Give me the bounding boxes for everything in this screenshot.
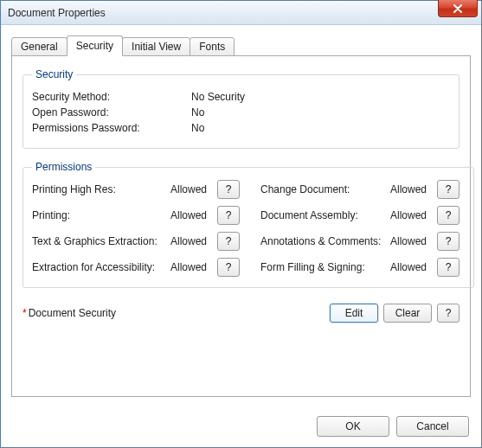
ok-button[interactable]: OK (317, 416, 389, 437)
tab-security[interactable]: Security (67, 35, 123, 56)
open-password-label: Open Password: (32, 106, 191, 118)
permissions-grid: Printing High Res: Allowed ? Change Docu… (32, 180, 465, 277)
clear-button[interactable]: Clear (383, 304, 432, 323)
open-password-value: No (191, 106, 204, 118)
perm-document-assembly-value: Allowed (390, 209, 437, 221)
perm-form-filling-signing-value: Allowed (390, 261, 437, 273)
cancel-button[interactable]: Cancel (396, 416, 469, 437)
security-group: Security Security Method: No Security Op… (22, 68, 460, 149)
perm-extraction-accessibility-help-button[interactable]: ? (217, 258, 240, 277)
window-title: Document Properties (8, 7, 106, 19)
perm-printing-high-res-value: Allowed (170, 183, 217, 195)
perm-text-graphics-extraction-value: Allowed (170, 235, 217, 247)
tab-initial-view[interactable]: Initial View (122, 37, 190, 56)
perm-change-document-help-button[interactable]: ? (437, 180, 460, 199)
tab-general[interactable]: General (11, 37, 67, 56)
tab-strip: General Security Initial View Fonts (11, 35, 471, 56)
permissions-password-label: Permissions Password: (32, 122, 191, 134)
document-properties-window: Document Properties General Security Ini… (0, 0, 482, 448)
perm-document-assembly-label: Document Assembly: (260, 209, 390, 221)
security-method-label: Security Method: (32, 91, 191, 103)
dialog-body: General Security Initial View Fonts Secu… (1, 25, 481, 407)
dialog-footer: OK Cancel (1, 407, 481, 447)
tab-fonts[interactable]: Fonts (190, 37, 235, 56)
edit-button[interactable]: Edit (330, 304, 378, 323)
perm-annotations-comments-help-button[interactable]: ? (437, 232, 460, 251)
security-group-legend: Security (32, 68, 76, 80)
close-button[interactable] (438, 0, 478, 17)
perm-extraction-accessibility-label: Extraction for Accessibility: (32, 261, 170, 273)
perm-document-assembly-help-button[interactable]: ? (437, 206, 460, 225)
perm-printing-value: Allowed (170, 209, 217, 221)
required-asterisk: * (22, 307, 27, 319)
perm-change-document-value: Allowed (390, 183, 437, 195)
perm-annotations-comments-label: Annotations & Comments: (260, 235, 390, 247)
perm-change-document-label: Change Document: (260, 183, 390, 195)
document-security-row: * Document Security Edit Clear ? (22, 304, 460, 323)
security-method-row: Security Method: No Security (32, 91, 450, 103)
tab-panel-security: Security Security Method: No Security Op… (11, 55, 471, 397)
perm-annotations-comments-value: Allowed (390, 235, 437, 247)
permissions-password-row: Permissions Password: No (32, 122, 450, 134)
perm-form-filling-signing-help-button[interactable]: ? (437, 258, 460, 277)
security-method-value: No Security (191, 91, 245, 103)
permissions-group: Permissions Printing High Res: Allowed ?… (22, 161, 474, 288)
titlebar: Document Properties (1, 1, 481, 25)
perm-printing-help-button[interactable]: ? (217, 206, 240, 225)
document-security-buttons: Edit Clear ? (330, 304, 460, 323)
close-icon (453, 4, 463, 13)
document-security-label: Document Security (29, 307, 116, 319)
perm-extraction-accessibility-value: Allowed (170, 261, 217, 273)
permissions-password-value: No (191, 122, 204, 134)
perm-printing-high-res-label: Printing High Res: (32, 183, 170, 195)
permissions-group-legend: Permissions (32, 161, 95, 173)
open-password-row: Open Password: No (32, 106, 450, 118)
perm-form-filling-signing-label: Form Filling & Signing: (260, 261, 390, 273)
perm-printing-high-res-help-button[interactable]: ? (217, 180, 240, 199)
perm-printing-label: Printing: (32, 209, 170, 221)
perm-text-graphics-extraction-label: Text & Graphics Extraction: (32, 235, 170, 247)
perm-text-graphics-extraction-help-button[interactable]: ? (217, 232, 240, 251)
document-security-help-button[interactable]: ? (437, 304, 460, 323)
